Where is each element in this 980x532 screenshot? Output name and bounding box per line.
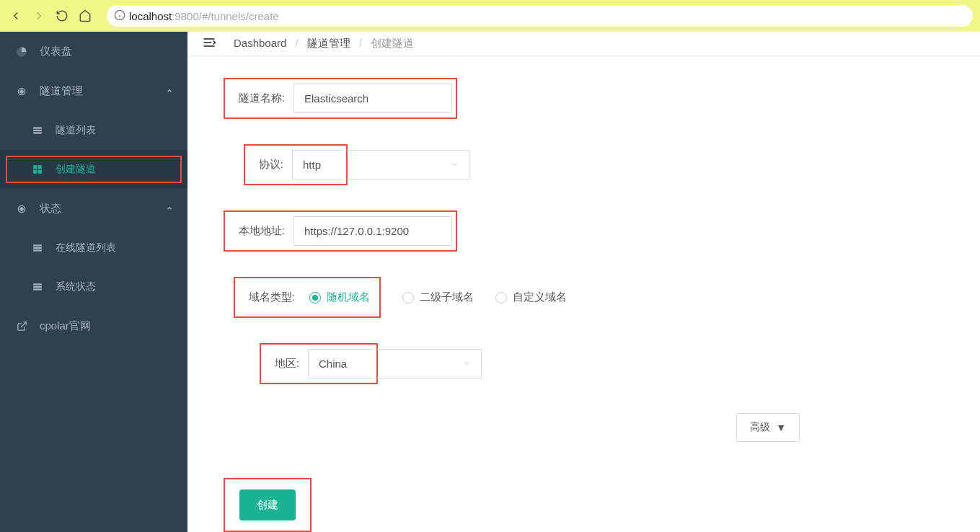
external-link-icon	[14, 321, 29, 332]
svg-rect-11	[33, 170, 37, 174]
grid-icon	[30, 164, 45, 174]
domain-type-label: 域名类型:	[239, 291, 304, 304]
region-select[interactable]	[377, 349, 482, 378]
chevron-up-icon	[166, 204, 173, 214]
svg-rect-10	[38, 165, 42, 169]
sidebar-item-label: 隧道管理	[40, 84, 166, 98]
back-button[interactable]	[7, 7, 25, 25]
breadcrumb: Dashboard / 隧道管理 / 创建隧道	[234, 37, 414, 50]
menu-toggle-button[interactable]	[202, 35, 219, 53]
url-text: localhost:9800/#/tunnels/create	[129, 10, 279, 22]
reload-button[interactable]	[53, 7, 71, 25]
sidebar-item-tunnel-create[interactable]: 创建隧道	[0, 150, 187, 189]
cog-icon	[14, 203, 29, 215]
radio-icon	[309, 292, 321, 303]
breadcrumb-link[interactable]: 隧道管理	[307, 37, 350, 49]
svg-rect-18	[33, 283, 42, 285]
chevron-down-icon	[462, 358, 471, 370]
svg-rect-17	[33, 249, 42, 251]
svg-line-21	[21, 322, 26, 327]
radio-subdomain[interactable]: 二级子域名	[402, 291, 474, 304]
radio-custom-domain[interactable]: 自定义域名	[495, 291, 567, 304]
sidebar-item-system-status[interactable]: 系统状态	[0, 267, 187, 306]
region-group: 地区: China	[260, 343, 378, 384]
sidebar-item-label: 隧道列表	[56, 124, 96, 137]
region-label: 地区:	[265, 357, 308, 371]
forward-button[interactable]	[30, 7, 48, 25]
sidebar-item-tunnel-list[interactable]: 隧道列表	[0, 111, 187, 150]
url-bar[interactable]: localhost:9800/#/tunnels/create	[107, 5, 973, 27]
form-area: 隧道名称: 协议: http	[187, 56, 980, 464]
protocol-group: 协议: http	[244, 144, 348, 185]
sidebar-item-label: 创建隧道	[56, 163, 96, 176]
domain-type-group: 域名类型: 随机域名	[234, 277, 381, 318]
info-icon	[114, 9, 125, 23]
sidebar-item-label: cpolar官网	[40, 319, 173, 333]
main-content: Dashboard / 隧道管理 / 创建隧道 隧道名称: 协议: http	[187, 32, 980, 532]
protocol-label: 协议:	[249, 158, 292, 172]
sidebar-item-label: 仪表盘	[40, 45, 173, 58]
svg-rect-7	[33, 130, 42, 131]
local-addr-group: 本地地址:	[224, 210, 457, 252]
svg-point-14	[20, 208, 23, 210]
sidebar-item-label: 在线隧道列表	[56, 241, 116, 254]
svg-rect-20	[33, 288, 42, 290]
caret-down-icon: ▼	[776, 422, 786, 433]
svg-rect-8	[33, 132, 42, 133]
sidebar-item-dashboard[interactable]: 仪表盘	[0, 32, 187, 71]
browser-bar: localhost:9800/#/tunnels/create	[0, 0, 980, 32]
chevron-down-icon	[450, 159, 459, 171]
sidebar-item-cpolar-site[interactable]: cpolar官网	[0, 306, 187, 346]
radio-icon	[495, 292, 507, 303]
tunnel-name-group: 隧道名称:	[224, 78, 457, 119]
tunnel-name-input[interactable]	[293, 84, 452, 113]
svg-rect-16	[33, 247, 42, 249]
cog-icon	[14, 86, 29, 97]
table-icon	[30, 243, 45, 253]
create-button[interactable]: 创建	[239, 489, 296, 520]
sidebar: 仪表盘 隧道管理 隧道列表 创建隧道	[0, 32, 187, 532]
breadcrumb-current: 创建隧道	[371, 37, 414, 49]
chevron-up-icon	[166, 87, 173, 97]
radio-icon	[402, 292, 414, 303]
svg-rect-9	[33, 165, 37, 169]
region-value: China	[308, 349, 373, 378]
sidebar-item-online-tunnels[interactable]: 在线隧道列表	[0, 229, 187, 267]
sidebar-item-label: 状态	[40, 202, 166, 216]
sidebar-item-tunnel-mgmt[interactable]: 隧道管理	[0, 71, 187, 111]
submit-group: 创建	[224, 478, 312, 532]
table-icon	[30, 125, 45, 136]
local-addr-input[interactable]	[293, 216, 452, 246]
svg-rect-6	[33, 127, 42, 128]
svg-rect-15	[33, 244, 42, 246]
table-icon	[30, 282, 45, 292]
radio-random-domain[interactable]: 随机域名	[304, 283, 376, 312]
home-button[interactable]	[76, 7, 94, 25]
svg-point-5	[20, 90, 23, 93]
local-addr-label: 本地地址:	[229, 224, 293, 238]
sidebar-item-label: 系统状态	[56, 280, 96, 293]
svg-rect-19	[33, 286, 42, 288]
breadcrumb-link[interactable]: Dashboard	[234, 37, 286, 49]
svg-rect-12	[38, 170, 42, 174]
topbar: Dashboard / 隧道管理 / 创建隧道	[187, 32, 980, 56]
sidebar-item-status[interactable]: 状态	[0, 189, 187, 229]
protocol-value: http	[292, 150, 343, 179]
protocol-select[interactable]	[347, 150, 469, 179]
tunnel-name-label: 隧道名称:	[229, 92, 293, 105]
dashboard-icon	[14, 46, 29, 58]
advanced-button[interactable]: 高级 ▼	[736, 413, 800, 442]
